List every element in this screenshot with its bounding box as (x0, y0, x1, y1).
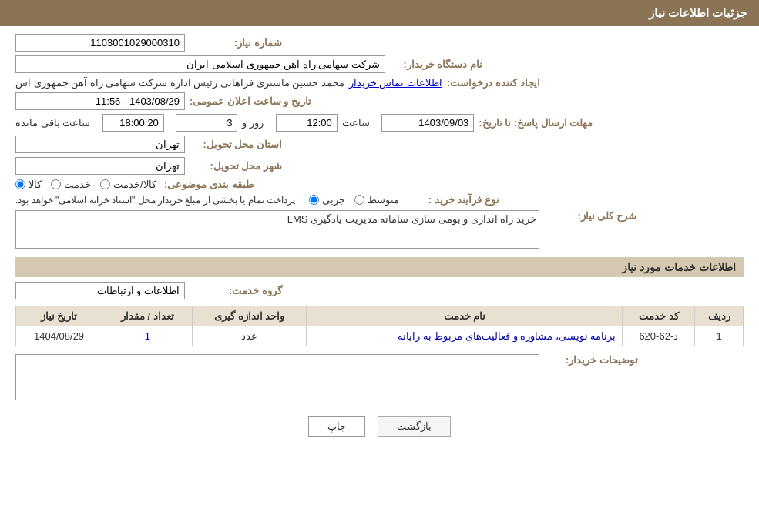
procurement-motawaset-label: متوسط (368, 194, 399, 206)
back-button[interactable]: بازگشت (378, 416, 451, 437)
category-label: طبقه بندی موضوعی: (161, 179, 254, 190)
buyer-org-input[interactable] (15, 55, 385, 73)
buttons-row: بازگشت چاپ (15, 416, 744, 437)
category-kala-item: کالا (15, 179, 42, 190)
province-input[interactable] (15, 136, 185, 153)
creator-contact-link[interactable]: اطلاعات تماس خریدار (349, 77, 442, 89)
cell-unit: عدد (193, 326, 307, 346)
col-code: کد خدمت (623, 306, 695, 326)
announce-row: تاریخ و ساعت اعلان عمومی: (15, 92, 744, 110)
procurement-motawaset-item: متوسط (354, 194, 399, 206)
col-unit: واحد اندازه گیری (193, 306, 307, 326)
creator-value: محمد حسین ماستری فراهانی رئیس اداره شرکت… (15, 77, 344, 89)
services-section-title: اطلاعات خدمات مورد نیاز (15, 257, 744, 277)
creator-label: ایجاد کننده درخواست: (447, 77, 540, 89)
procurement-note: پرداخت تمام یا بخشی از مبلغ خریداز محل "… (15, 195, 295, 206)
procurement-radio-group: متوسط جزیی (309, 194, 399, 206)
buyer-notes-row: توضیحات خریدار: (15, 354, 744, 400)
procurement-jozi-label: جزیی (322, 194, 345, 206)
procurement-jozi-item: جزیی (309, 194, 345, 206)
deadline-days-input[interactable] (176, 114, 237, 132)
service-group-input[interactable] (15, 282, 185, 299)
services-table: ردیف کد خدمت نام خدمت واحد اندازه گیری ت… (15, 306, 744, 346)
city-label: شهر محل تحویل: (190, 160, 282, 172)
col-name: نام خدمت (307, 306, 623, 326)
procurement-jozi-radio[interactable] (309, 195, 319, 205)
services-table-section: ردیف کد خدمت نام خدمت واحد اندازه گیری ت… (15, 306, 744, 346)
cell-code: د-62-620 (623, 326, 695, 346)
cell-row: 1 (695, 326, 744, 346)
service-group-row: گروه خدمت: (15, 282, 744, 299)
table-row: 1 د-62-620 برنامه نویسی، مشاوره و فعالیت… (16, 326, 744, 346)
deadline-label: مهلت ارسال پاسخ: تا تاریخ: (479, 117, 593, 129)
summary-row: شرح کلی نیاز: خرید راه اندازی و بومی ساز… (15, 210, 744, 251)
category-kala-radio[interactable] (15, 179, 25, 189)
procurement-motawaset-radio[interactable] (354, 195, 364, 205)
category-kala-khedmat-radio[interactable] (100, 179, 110, 189)
deadline-time-label: ساعت (342, 117, 370, 129)
buyer-org-row: نام دستگاه خریدار: (15, 55, 744, 73)
deadline-remaining-label: ساعت باقی مانده (15, 117, 90, 129)
deadline-time-input[interactable] (276, 114, 338, 132)
deadline-days-label: روز و (242, 117, 264, 129)
col-row: ردیف (695, 306, 744, 326)
buyer-org-label: نام دستگاه خریدار: (390, 59, 482, 70)
creator-row: ایجاد کننده درخواست: اطلاعات تماس خریدار… (15, 77, 744, 89)
need-number-row: شماره نیاز: (15, 34, 744, 52)
city-input[interactable] (15, 157, 185, 175)
cell-name: برنامه نویسی، مشاوره و فعالیت‌های مربوط … (307, 326, 623, 346)
need-number-input[interactable] (15, 34, 185, 52)
category-radio-group: کالا/خدمت خدمت کالا (15, 179, 156, 190)
category-kala-label: کالا (29, 179, 42, 190)
province-row: استان محل تحویل: (15, 136, 744, 153)
category-khedmat-radio[interactable] (51, 179, 61, 189)
city-row: شهر محل تحویل: (15, 157, 744, 175)
category-khedmat-item: خدمت (51, 179, 91, 190)
print-button[interactable]: چاپ (308, 416, 365, 437)
category-khedmat-label: خدمت (64, 179, 91, 190)
procurement-label: نوع فرآیند خرید : (407, 194, 499, 206)
page-header: جزئیات اطلاعات نیاز (0, 0, 759, 26)
announce-label: تاریخ و ساعت اعلان عمومی: (190, 95, 311, 107)
category-kala-khedmat-label: کالا/خدمت (113, 179, 156, 190)
deadline-remaining-input[interactable] (102, 114, 164, 132)
buyer-notes-section: توضیحات خریدار: (15, 354, 744, 400)
province-label: استان محل تحویل: (190, 139, 282, 150)
deadline-date-input[interactable] (381, 114, 474, 132)
col-date: تاریخ نیاز (16, 306, 102, 326)
announce-input[interactable] (15, 92, 185, 110)
need-number-label: شماره نیاز: (190, 37, 282, 49)
summary-label: شرح کلی نیاز: (544, 210, 636, 222)
cell-qty: 1 (102, 326, 193, 346)
page-title: جزئیات اطلاعات نیاز (649, 6, 747, 19)
buyer-notes-textarea[interactable] (15, 354, 539, 400)
col-qty: تعداد / مقدار (102, 306, 193, 326)
cell-date: 1404/08/29 (16, 326, 102, 346)
category-kala-khedmat-item: کالا/خدمت (100, 179, 156, 190)
deadline-row: مهلت ارسال پاسخ: تا تاریخ: ساعت روز و سا… (15, 114, 744, 132)
summary-textarea[interactable] (15, 210, 539, 249)
service-group-label: گروه خدمت: (190, 285, 282, 296)
category-row: طبقه بندی موضوعی: کالا/خدمت خدمت کالا (15, 179, 744, 190)
procurement-row: نوع فرآیند خرید : متوسط جزیی پرداخت تمام… (15, 194, 744, 206)
buyer-notes-label: توضیحات خریدار: (546, 354, 638, 366)
